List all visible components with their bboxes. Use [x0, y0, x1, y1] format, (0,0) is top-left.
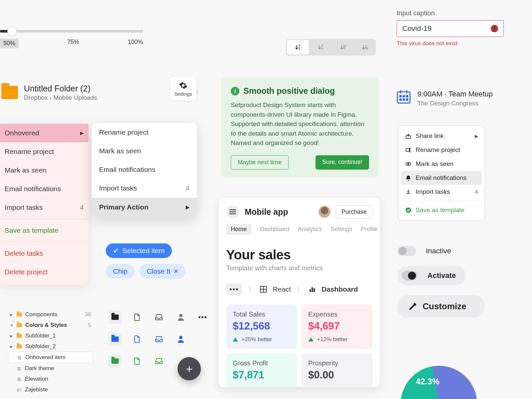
tree-item-label: Zajebiste [25, 386, 91, 393]
folder-icon[interactable] [108, 354, 122, 368]
menu-item-onhovered[interactable]: Onhovered ▶ [0, 124, 88, 142]
tree-item-colors[interactable]: ▼ Colors & Styles 5 [8, 320, 93, 331]
tree-item-subfolder-2[interactable]: ▶ Subfolder_2 [8, 341, 93, 352]
metric-expenses[interactable]: Expenses $4,697 +12% better [302, 305, 372, 349]
customize-button[interactable]: Customize [397, 295, 484, 318]
tree-item-onhovered[interactable]: 🗎 Onhovered item [8, 352, 93, 363]
metric-gross-profit[interactable]: Gross Profit $7,871 [226, 353, 297, 387]
menu-item-import[interactable]: Import tasks 4 [92, 179, 197, 198]
chevron-right-icon: ▶ [10, 344, 13, 349]
menu-item-mark-seen[interactable]: Mark as seen [401, 157, 482, 171]
dialog-primary-button[interactable]: Sure, continue! [316, 155, 369, 170]
toggle-inactive[interactable]: Inactive [397, 246, 484, 256]
menu-item-import[interactable]: Import tasks 4 [0, 198, 88, 217]
folder-icon[interactable] [108, 332, 122, 346]
chip-closable[interactable]: Close It ✕ [139, 264, 186, 279]
folder-icon[interactable] [108, 311, 122, 324]
settings-button[interactable]: Settings [170, 76, 197, 101]
tab-profile[interactable]: Profile [361, 226, 378, 233]
menu-item-delete-project[interactable]: Delete project [0, 263, 88, 281]
tab-home[interactable]: Home [226, 224, 251, 235]
more-icon[interactable]: ••• [196, 311, 209, 324]
inbox-icon[interactable] [152, 311, 166, 324]
inbox-icon[interactable] [152, 332, 166, 346]
menu-item-label: Save as template [5, 226, 59, 234]
menu-item-mark-seen[interactable]: Mark as seen [92, 142, 197, 160]
tab-analytics[interactable]: Analytics [298, 226, 322, 233]
text-input[interactable]: Covid-19 ! [397, 20, 504, 37]
chip-selected[interactable]: Selected item [106, 243, 172, 258]
calendar-event[interactable]: 9:00AM · Team Meetup The Design Congress [397, 90, 493, 107]
context-submenu: Rename project Mark as seen Email notifi… [92, 123, 197, 216]
avatar[interactable] [319, 206, 331, 218]
metric-total-sales[interactable]: Total Sales $12,568 +25% better [226, 305, 297, 349]
menu-item-email[interactable]: Email notifications [401, 171, 482, 185]
menu-item-mark-seen[interactable]: Mark as seen [0, 161, 88, 180]
tab-settings[interactable]: Settings [331, 226, 352, 233]
slider-thumb[interactable] [7, 27, 17, 36]
tree-item-components[interactable]: ▶ Components 36 [8, 309, 93, 320]
mobile-app-preview: Mobile app Purchase Home Dashboard Analy… [219, 198, 380, 387]
svg-rect-10 [403, 95, 405, 97]
menu-item-rename[interactable]: Rename project [92, 123, 197, 142]
chip-basic[interactable]: Chip [106, 264, 135, 279]
sort-za-desc-button[interactable]: ZA [310, 39, 332, 56]
slider-track[interactable] [0, 30, 143, 33]
tree-item-zajebiste[interactable]: 🏷 Zajebiste [8, 384, 93, 395]
breadcrumb-more-icon[interactable]: ••• [226, 283, 242, 295]
tab-dashboard[interactable]: Dashboard [260, 226, 289, 233]
file-icon[interactable] [130, 332, 144, 346]
switch-on-icon[interactable] [402, 271, 417, 281]
svg-point-19 [179, 314, 183, 317]
file-icon[interactable] [130, 311, 144, 324]
progress-slider[interactable]: 50% 75% 100% [0, 30, 143, 48]
tree-item-label: Onhovered item [25, 354, 91, 361]
purchase-button[interactable]: Purchase [336, 205, 372, 218]
menu-item-count: 4 [80, 203, 84, 211]
inbox-icon[interactable] [152, 354, 166, 368]
breadcrumb-item-current: Dashboard [322, 285, 358, 293]
grid-icon [260, 286, 267, 293]
tree-item-subfolder-1[interactable]: ▶ Subfolder_1 [8, 331, 93, 341]
share-icon [405, 133, 412, 139]
toggle-activate[interactable]: Activate [397, 266, 466, 285]
menu-item-rename[interactable]: Rename project [0, 142, 88, 161]
app-title: Mobile app [245, 207, 313, 217]
breadcrumb: ••• 〉 React 〉 Dashboard [226, 283, 372, 295]
folder-header: Untitled Folder (2) Dropbox › Mobile Upl… [0, 80, 198, 104]
input-value: Covid-19 [402, 24, 432, 33]
menu-item-email[interactable]: Email notifications [0, 180, 88, 198]
switch-off-icon[interactable] [397, 246, 416, 256]
sort-size-asc-button[interactable] [332, 39, 354, 56]
menu-item-label: Share link [416, 132, 444, 140]
error-icon: ! [491, 25, 498, 32]
user-icon[interactable] [174, 332, 188, 346]
sort-az-asc-button[interactable]: AZ [287, 40, 309, 55]
file-icon[interactable] [130, 354, 144, 368]
menu-item-import[interactable]: Import tasks 4 [401, 185, 482, 199]
menu-item-delete-tasks[interactable]: Delete tasks [0, 244, 88, 263]
breadcrumb-item[interactable]: React [273, 285, 291, 293]
menu-item-rename[interactable]: Rename project [401, 143, 482, 157]
metric-prosperity[interactable]: Prosperity $0.00 [302, 353, 372, 387]
tree-item-dark-theme[interactable]: 🗎 Dark theme [8, 363, 93, 374]
chevron-right-icon: ▶ [186, 204, 190, 210]
menu-item-save-template[interactable]: Save as template [401, 203, 482, 217]
menu-item-email[interactable]: Email notifications [92, 160, 197, 179]
pie-chart-graphic: 42.3% [401, 366, 477, 399]
input-caption: Input caption [397, 9, 504, 17]
fab-add-button[interactable]: ＋ [178, 357, 201, 380]
close-icon[interactable]: ✕ [174, 268, 179, 275]
user-icon[interactable] [174, 311, 188, 324]
tree-item-label: Subfolder_2 [25, 343, 91, 350]
svg-rect-6 [312, 287, 313, 292]
dialog-secondary-button[interactable]: Maybe next time [231, 155, 289, 170]
hamburger-icon[interactable] [226, 205, 239, 218]
menu-item-primary-action[interactable]: Primary Action ▶ [92, 198, 197, 216]
menu-item-share[interactable]: Share link ▶ [401, 129, 482, 143]
sort-size-desc-button[interactable] [354, 39, 376, 56]
chip-group: Selected item Chip Close It ✕ [106, 243, 186, 279]
tree-item-elevation[interactable]: 🗎 Elevation [8, 374, 93, 384]
toggle-label: Inactive [426, 247, 451, 255]
menu-item-save-template[interactable]: Save as template [0, 221, 88, 240]
